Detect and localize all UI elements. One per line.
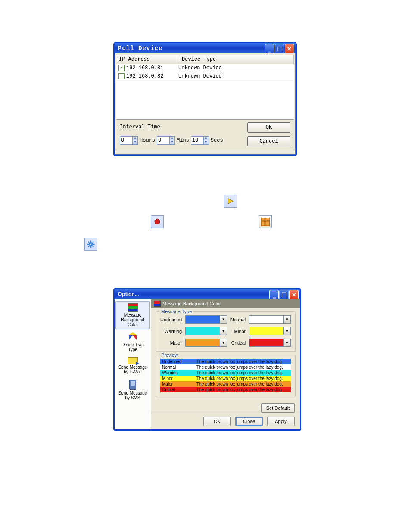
row-checkbox[interactable] bbox=[118, 73, 125, 79]
minor-label: Minor bbox=[230, 329, 246, 334]
row-ip: 192.168.0.82 bbox=[126, 73, 163, 79]
normal-label: Normal bbox=[230, 317, 246, 322]
close-button[interactable]: ✕ bbox=[285, 44, 294, 53]
table-row[interactable]: 192.168.0.82 Unknown Device bbox=[116, 72, 294, 81]
secs-input[interactable] bbox=[191, 137, 203, 144]
mins-down[interactable]: ▼ bbox=[169, 140, 174, 144]
svg-rect-9 bbox=[92, 241, 93, 243]
mins-spinner[interactable]: ▲▼ bbox=[157, 136, 175, 145]
option-title: Option... bbox=[118, 291, 139, 297]
row-checkbox[interactable] bbox=[118, 65, 125, 71]
row-type: Unknown Device bbox=[176, 73, 294, 79]
hours-input[interactable] bbox=[120, 137, 132, 144]
sidebar-item-label: Send Message by SMS bbox=[118, 391, 147, 400]
preview-row-text: The quick brown fox jumps over the lazy … bbox=[195, 376, 291, 381]
message-type-group: Message Type Undefined ▼ Normal ▼ Warnin… bbox=[156, 311, 296, 352]
critical-label: Critical bbox=[230, 340, 246, 345]
svg-marker-0 bbox=[228, 199, 234, 204]
preview-row-text: The quick brown fox jumps over the lazy … bbox=[195, 387, 291, 392]
secs-spinner[interactable]: ▲▼ bbox=[191, 136, 209, 145]
option-dialog: Option... ▁ ✕ Message Background Color D… bbox=[113, 288, 301, 431]
gear-icon[interactable] bbox=[84, 238, 97, 251]
ok-button[interactable]: OK bbox=[247, 122, 290, 133]
col-ip-address[interactable]: IP Address bbox=[116, 55, 179, 64]
critical-color-combo[interactable]: ▼ bbox=[249, 339, 291, 347]
preview-row-label: Undefined bbox=[160, 359, 195, 364]
poll-title: Poll Device bbox=[118, 45, 162, 52]
hours-label: Hours bbox=[140, 137, 155, 143]
poll-device-dialog: Poll Device ▁ ✕ IP Address Device Type 1… bbox=[113, 42, 297, 156]
hours-up[interactable]: ▲ bbox=[132, 137, 137, 140]
option-titlebar[interactable]: Option... ▁ ✕ bbox=[115, 289, 300, 299]
ok-button[interactable]: OK bbox=[203, 417, 231, 426]
warning-color-combo[interactable]: ▼ bbox=[185, 327, 227, 335]
hours-down[interactable]: ▼ bbox=[132, 140, 137, 144]
panel-title: Message Background Color bbox=[151, 299, 300, 308]
normal-color-combo[interactable]: ▼ bbox=[249, 315, 291, 324]
cancel-button[interactable]: Cancel bbox=[247, 136, 290, 146]
chevron-down-icon: ▼ bbox=[220, 316, 227, 323]
secs-up[interactable]: ▲ bbox=[203, 137, 209, 140]
chevron-down-icon: ▼ bbox=[220, 327, 227, 335]
option-sidebar: Message Background Color Define Trap Typ… bbox=[115, 299, 151, 429]
svg-rect-4 bbox=[90, 241, 91, 242]
close-button[interactable]: Close bbox=[235, 417, 263, 426]
minimize-button[interactable]: ▁ bbox=[269, 290, 279, 299]
device-list: IP Address Device Type 192.168.0.81 Unkn… bbox=[116, 55, 294, 120]
svg-rect-6 bbox=[87, 244, 89, 245]
interval-time-label: Interval Time bbox=[120, 124, 247, 130]
hours-spinner[interactable]: ▲▼ bbox=[120, 136, 138, 145]
preview-row-label: Warning bbox=[160, 370, 195, 376]
preview-row-text: The quick brown fox jumps over the lazy … bbox=[195, 359, 291, 364]
sidebar-item-sms[interactable]: Send Message by SMS bbox=[115, 377, 150, 402]
sidebar-item-label: Define Trap Type bbox=[121, 342, 144, 352]
undefined-label: Undefined bbox=[160, 317, 182, 322]
preview-row-label: Normal bbox=[160, 364, 195, 370]
set-default-button[interactable]: Set Default bbox=[261, 403, 295, 413]
svg-rect-7 bbox=[93, 244, 94, 245]
svg-rect-5 bbox=[90, 246, 91, 248]
sidebar-item-email[interactable]: Send Message by E-Mail bbox=[115, 355, 150, 376]
stop-icon[interactable] bbox=[151, 215, 164, 228]
undefined-color-combo[interactable]: ▼ bbox=[185, 315, 227, 324]
sidebar-item-label: Send Message by E-Mail bbox=[118, 365, 147, 374]
cube-icon bbox=[128, 332, 137, 342]
mail-icon bbox=[128, 357, 138, 364]
play-icon[interactable] bbox=[224, 195, 237, 208]
color-swatch-icon bbox=[154, 301, 161, 307]
preview-row-label: Critical bbox=[160, 387, 195, 392]
sidebar-item-label: Message Background Color bbox=[121, 313, 144, 327]
preview-row-label: Major bbox=[160, 381, 195, 387]
major-color-combo[interactable]: ▼ bbox=[185, 339, 227, 347]
secs-down[interactable]: ▼ bbox=[203, 140, 209, 144]
close-button[interactable]: ✕ bbox=[289, 290, 299, 299]
mins-input[interactable] bbox=[157, 137, 169, 144]
row-type: Unknown Device bbox=[176, 65, 294, 71]
warning-label: Warning bbox=[160, 329, 182, 334]
svg-marker-1 bbox=[155, 219, 160, 224]
poll-titlebar[interactable]: Poll Device ▁ ✕ bbox=[115, 43, 296, 53]
sidebar-item-trap[interactable]: Define Trap Type bbox=[115, 330, 150, 354]
mins-up[interactable]: ▲ bbox=[169, 137, 174, 140]
svg-point-3 bbox=[90, 243, 92, 245]
major-label: Major bbox=[160, 340, 182, 345]
maximize-button bbox=[279, 290, 289, 299]
apply-button[interactable]: Apply bbox=[267, 417, 295, 426]
row-ip: 192.168.0.81 bbox=[126, 65, 163, 71]
preview-row-text: The quick brown fox jumps over the lazy … bbox=[195, 370, 291, 376]
color-swatch-icon bbox=[128, 303, 138, 312]
secs-label: Secs bbox=[211, 137, 223, 143]
sidebar-item-bgcolor[interactable]: Message Background Color bbox=[115, 301, 150, 329]
minimize-button[interactable]: ▁ bbox=[265, 44, 274, 53]
phone-icon bbox=[129, 380, 136, 390]
preview-row-label: Minor bbox=[160, 376, 195, 381]
chevron-down-icon: ▼ bbox=[283, 316, 290, 323]
maximize-button bbox=[275, 44, 284, 53]
mins-label: Mins bbox=[177, 137, 189, 143]
col-device-type[interactable]: Device Type bbox=[179, 55, 294, 64]
table-row[interactable]: 192.168.0.81 Unknown Device bbox=[116, 64, 294, 72]
minor-color-combo[interactable]: ▼ bbox=[249, 327, 291, 335]
chevron-down-icon: ▼ bbox=[283, 339, 290, 346]
grid-icon[interactable] bbox=[259, 215, 272, 228]
preview-group: Preview UndefinedThe quick brown fox jum… bbox=[156, 355, 296, 397]
